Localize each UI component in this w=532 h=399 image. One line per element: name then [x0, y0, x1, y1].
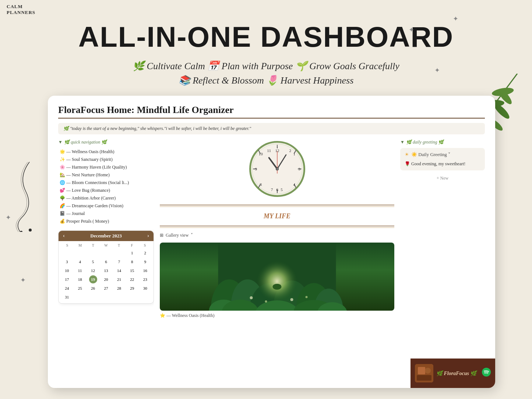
nav-item-2-label: ✨ — Soul Sanctuary (Spirit)	[60, 157, 113, 162]
quote-bar: 🌿 "today is the start of a new beginning…	[58, 123, 485, 134]
calendar-day[interactable]: 25	[76, 284, 84, 292]
gallery-view-bar[interactable]: ⊞ Gallery view ˅	[160, 231, 394, 240]
calendar-day[interactable]: 9	[141, 258, 149, 266]
svg-point-71	[290, 298, 293, 301]
title-divider	[58, 118, 485, 119]
calendar-day[interactable]: 16	[141, 266, 149, 275]
nav-item-6-label: 💕 — Love Bug (Romance)	[60, 188, 110, 193]
svg-point-69	[250, 296, 253, 299]
calendar-widget: ‹ December 2023 › SMTWTFS 12345678910111…	[58, 230, 154, 304]
sun-icon: ☀	[405, 152, 409, 158]
svg-point-76	[425, 368, 431, 374]
gallery-view-label: Gallery view	[166, 233, 189, 238]
nav-item-5-label: 🌐 — Bloom Connections (Social li...)	[60, 180, 129, 186]
calendar-day	[76, 293, 84, 301]
calendar-days: 1234567891011121314151617181920212223242…	[61, 249, 151, 301]
music-thumbnail	[415, 364, 433, 382]
greeting-card: ☀ ☀️ Daily Greeting ˅ 🌹 Good evening, my…	[400, 148, 485, 170]
calendar-day[interactable]: 31	[63, 293, 71, 301]
svg-text:5: 5	[281, 187, 283, 192]
subtitle-1: 🌿 Cultivate Calm 📅 Plan with Purpose 🌱 G…	[0, 60, 532, 72]
svg-text:9: 9	[255, 167, 257, 171]
calendar-day	[102, 249, 110, 257]
calendar-day[interactable]: 5	[89, 258, 97, 266]
calendar-day[interactable]: 23	[141, 275, 149, 283]
calendar-day[interactable]: 10	[63, 266, 71, 275]
calendar-day[interactable]: 21	[115, 275, 123, 283]
calendar-day[interactable]: 22	[128, 275, 136, 283]
calendar-day[interactable]: 11	[76, 266, 84, 275]
nav-item-3-label: 🌸 — Harmony Haven (Life Quality)	[60, 165, 127, 170]
analog-clock: 12 1 3 4 5 6 7 8 9 10 11 2	[248, 140, 307, 198]
music-widget: 🌿 FloraFocus 🌿	[411, 359, 495, 388]
divider-lines-bottom	[160, 225, 394, 229]
gallery-dropdown-icon: ˅	[191, 233, 193, 238]
nav-item-5[interactable]: 🌐 — Bloom Connections (Social li...)	[58, 179, 154, 187]
calendar-next-button[interactable]: ›	[147, 233, 149, 239]
divider-lines-top	[160, 204, 394, 208]
new-button-label: + New	[437, 176, 448, 181]
calendar-day[interactable]: 3	[63, 258, 71, 266]
svg-text:8: 8	[260, 182, 262, 187]
music-label: 🌿 FloraFocus 🌿	[436, 370, 476, 377]
new-button[interactable]: + New	[400, 173, 485, 183]
sparkle-decoration-5: ✦	[20, 276, 26, 284]
sparkle-decoration-1: ✦	[409, 26, 414, 34]
decorative-swirl-left	[11, 158, 40, 232]
spotify-icon[interactable]	[482, 368, 491, 379]
nav-item-4[interactable]: 🏡 — Nest Nurture (Home)	[58, 171, 154, 179]
divider-line-3	[160, 226, 394, 226]
calendar-day[interactable]: 12	[89, 266, 97, 275]
calendar-day[interactable]: 17	[63, 275, 71, 283]
page-title: ALL-IN-ONE DASHBOARD	[0, 20, 532, 54]
nav-item-10[interactable]: 💰 Prosper Petals ( Money)	[58, 218, 154, 225]
calendar-day[interactable]: 26	[89, 284, 97, 292]
nav-item-7[interactable]: 🌳 — Ambition Arbor (Career)	[58, 194, 154, 202]
calendar-day	[141, 293, 149, 301]
subtitle-2: 📚 Reflect & Blossom 🌷 Harvest Happiness	[0, 75, 532, 86]
calendar-day	[63, 249, 71, 257]
svg-text:7: 7	[271, 187, 273, 192]
sparkle-decoration-4: ✦	[6, 213, 11, 222]
calendar-day-headers: SMTWTFS	[61, 243, 151, 247]
svg-text:3: 3	[298, 167, 300, 171]
calendar-day	[89, 293, 97, 301]
calendar-day[interactable]: 24	[63, 284, 71, 292]
calendar-day[interactable]: 1	[128, 249, 136, 257]
header: ALL-IN-ONE DASHBOARD 🌿 Cultivate Calm 📅 …	[0, 0, 532, 86]
calendar-day[interactable]: 29	[128, 284, 136, 292]
clock-container: 12 1 3 4 5 6 7 8 9 10 11 2	[160, 140, 394, 198]
calendar-day[interactable]: 19	[89, 275, 97, 283]
middle-column: 12 1 3 4 5 6 7 8 9 10 11 2	[160, 140, 394, 377]
nav-item-8[interactable]: 🌈 — Dreamscape Garden (Vision)	[58, 202, 154, 210]
calendar-day[interactable]: 6	[102, 258, 110, 266]
calendar-header: ‹ December 2023 ›	[59, 231, 154, 241]
svg-text:1: 1	[293, 152, 295, 156]
calendar-day[interactable]: 8	[128, 258, 136, 266]
wellness-label[interactable]: ⭐ — Wellness Oasis (Health)	[160, 313, 394, 318]
calendar-day[interactable]: 14	[115, 266, 123, 275]
nav-item-3[interactable]: 🌸 — Harmony Haven (Life Quality)	[58, 163, 154, 171]
nav-item-2[interactable]: ✨ — Soul Sanctuary (Spirit)	[58, 156, 154, 163]
gallery-image	[160, 243, 394, 311]
calendar-day[interactable]: 4	[76, 258, 84, 266]
calendar-day[interactable]: 27	[102, 284, 110, 292]
greeting-card-title: ☀ ☀️ Daily Greeting ˅	[405, 152, 480, 158]
calendar-day[interactable]: 13	[102, 266, 110, 275]
calendar-day	[128, 293, 136, 301]
calendar-prev-button[interactable]: ‹	[63, 233, 65, 239]
nav-item-1[interactable]: 🌟 — Wellness Oasis (Health)	[58, 148, 154, 156]
calendar-day[interactable]: 7	[115, 258, 123, 266]
calendar-day[interactable]: 2	[141, 249, 149, 257]
calendar-day[interactable]: 15	[128, 266, 136, 275]
nav-item-6[interactable]: 💕 — Love Bug (Romance)	[58, 187, 154, 194]
svg-point-9	[20, 231, 22, 232]
nav-item-9[interactable]: 📓 — Journal	[58, 210, 154, 218]
calendar-day[interactable]: 20	[102, 275, 110, 283]
svg-rect-75	[418, 367, 425, 374]
svg-text:6: 6	[276, 187, 278, 192]
svg-point-70	[265, 300, 267, 303]
calendar-day[interactable]: 30	[141, 284, 149, 292]
calendar-day[interactable]: 18	[76, 275, 84, 283]
calendar-day[interactable]: 28	[115, 284, 123, 292]
